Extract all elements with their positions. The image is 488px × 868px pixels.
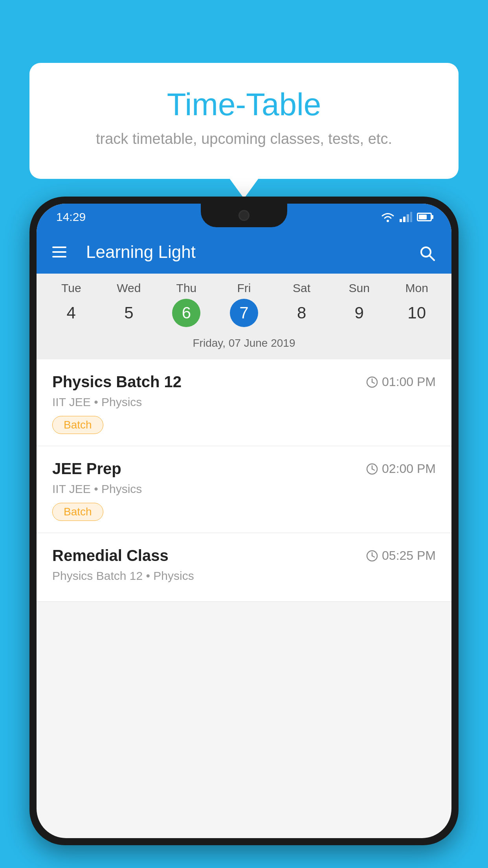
batch-tag-0: Batch	[52, 416, 103, 434]
signal-icon	[400, 212, 412, 222]
clock-icon-2	[366, 550, 378, 562]
app-title: Learning Light	[86, 242, 407, 262]
schedule-meta-1: IIT JEE • Physics	[52, 482, 436, 496]
phone-container: 14:29	[29, 197, 459, 868]
svg-line-15	[372, 556, 374, 557]
day-label-sun[interactable]: Sun	[330, 281, 388, 295]
clock-icon-1	[366, 463, 378, 475]
svg-rect-4	[410, 212, 412, 222]
app-bar: Learning Light	[37, 230, 451, 274]
day-label-thu[interactable]: Thu	[158, 281, 215, 295]
clock-icon-0	[366, 376, 378, 388]
battery-icon	[417, 213, 432, 221]
tooltip-card: Time-Table track timetable, upcoming cla…	[29, 63, 459, 179]
status-icons	[381, 211, 432, 223]
tooltip-title: Time-Table	[49, 86, 439, 123]
phone-camera	[238, 210, 250, 221]
day-6-today[interactable]: 6	[172, 299, 200, 327]
svg-rect-3	[407, 214, 409, 222]
day-label-wed[interactable]: Wed	[100, 281, 158, 295]
schedule-time-1: 02:00 PM	[366, 462, 436, 476]
schedule-name-1: JEE Prep	[52, 460, 121, 478]
schedule-item-header-0: Physics Batch 12 01:00 PM	[52, 373, 436, 391]
svg-rect-1	[400, 219, 402, 222]
day-5[interactable]: 5	[100, 299, 158, 327]
day-10[interactable]: 10	[388, 299, 446, 327]
phone-frame: 14:29	[29, 197, 459, 845]
battery-fill	[419, 215, 427, 219]
svg-line-12	[372, 469, 374, 470]
day-7-selected[interactable]: 7	[230, 299, 258, 327]
batch-tag-1: Batch	[52, 503, 103, 521]
tooltip-subtitle: track timetable, upcoming classes, tests…	[49, 131, 439, 147]
wifi-icon	[381, 211, 395, 223]
day-4[interactable]: 4	[42, 299, 100, 327]
day-label-fri[interactable]: Fri	[215, 281, 273, 295]
hamburger-icon[interactable]	[52, 246, 66, 257]
schedule-meta-2: Physics Batch 12 • Physics	[52, 569, 436, 583]
schedule-time-2: 05:25 PM	[366, 548, 436, 563]
date-label: Friday, 07 June 2019	[37, 333, 451, 355]
day-numbers: 4 5 6 7 8 9 10	[37, 299, 451, 327]
phone-notch	[201, 204, 287, 227]
svg-point-0	[387, 220, 389, 222]
schedule-name-0: Physics Batch 12	[52, 373, 182, 391]
day-label-sat[interactable]: Sat	[273, 281, 330, 295]
calendar-strip: Tue Wed Thu Fri Sat Sun Mon 4 5 6 7 8 9 …	[37, 274, 451, 359]
schedule-meta-0: IIT JEE • Physics	[52, 395, 436, 409]
search-icon[interactable]	[418, 242, 436, 262]
day-headers: Tue Wed Thu Fri Sat Sun Mon	[37, 281, 451, 295]
schedule-item-1[interactable]: JEE Prep 02:00 PM IIT JEE • Physics Batc…	[37, 446, 451, 533]
day-label-mon[interactable]: Mon	[388, 281, 446, 295]
day-9[interactable]: 9	[330, 299, 388, 327]
svg-line-9	[372, 382, 374, 383]
svg-line-6	[429, 256, 434, 260]
day-8[interactable]: 8	[273, 299, 330, 327]
schedule-list: Physics Batch 12 01:00 PM IIT JEE • Phys…	[37, 359, 451, 602]
day-label-tue[interactable]: Tue	[42, 281, 100, 295]
svg-rect-2	[403, 217, 405, 222]
schedule-item-0[interactable]: Physics Batch 12 01:00 PM IIT JEE • Phys…	[37, 359, 451, 446]
status-time: 14:29	[56, 210, 86, 224]
phone-screen: 14:29	[37, 204, 451, 838]
schedule-time-0: 01:00 PM	[366, 375, 436, 389]
schedule-item-header-2: Remedial Class 05:25 PM	[52, 547, 436, 565]
schedule-item-header-1: JEE Prep 02:00 PM	[52, 460, 436, 478]
schedule-item-2[interactable]: Remedial Class 05:25 PM Physics Batch 12…	[37, 533, 451, 602]
schedule-name-2: Remedial Class	[52, 547, 169, 565]
